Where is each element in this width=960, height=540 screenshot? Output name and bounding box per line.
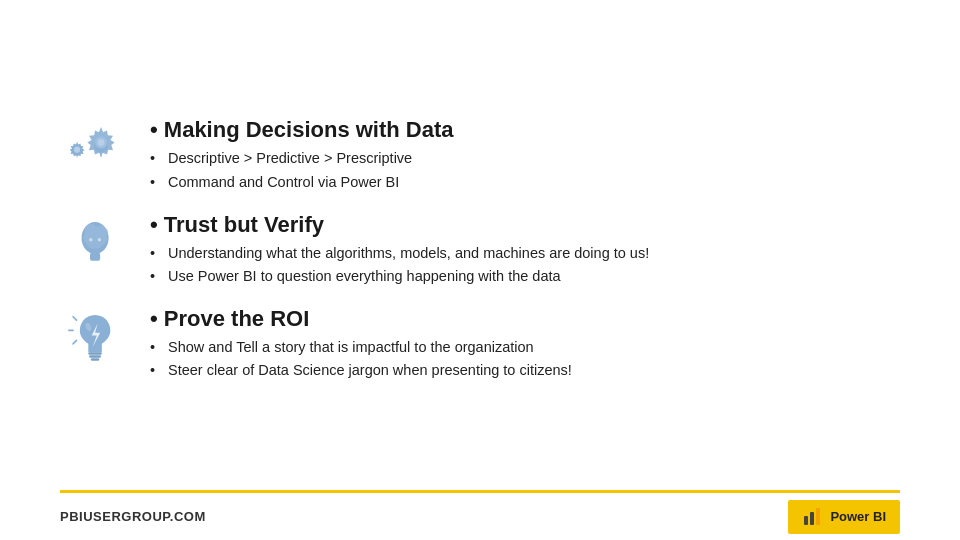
footer-logo: PBIUSERGROUP.COM: [60, 509, 206, 524]
bullet-list-prove-roi: Show and Tell a story that is impactful …: [150, 336, 900, 382]
section-prove-roi: • Prove the ROI Show and Tell a story th…: [60, 306, 900, 382]
section-title-prove-roi: • Prove the ROI: [150, 306, 900, 332]
section-title-trust-verify: • Trust but Verify: [150, 212, 900, 238]
bullet-item: Understanding what the algorithms, model…: [150, 242, 900, 265]
section-making-decisions: • Making Decisions with Data Descriptive…: [60, 117, 900, 193]
svg-point-3: [74, 147, 80, 153]
svg-point-7: [97, 238, 100, 241]
footer: PBIUSERGROUP.COM Power BI: [60, 490, 900, 540]
text-col-prove-roi: • Prove the ROI Show and Tell a story th…: [150, 306, 900, 382]
bullet-item: Command and Control via Power BI: [150, 171, 900, 194]
icon-col-lightbulb: [60, 306, 130, 365]
svg-rect-17: [816, 508, 820, 525]
powerbi-label: Power BI: [830, 509, 886, 524]
svg-rect-9: [89, 355, 101, 358]
text-col-trust-verify: • Trust but Verify Understanding what th…: [150, 212, 900, 288]
gear-icon: [65, 121, 125, 176]
bullet-item: Show and Tell a story that is impactful …: [150, 336, 900, 359]
bullet-list-trust-verify: Understanding what the algorithms, model…: [150, 242, 900, 288]
lightbulb-icon: [68, 310, 123, 365]
content-area: • Making Decisions with Data Descriptive…: [60, 30, 900, 490]
powerbi-badge: Power BI: [788, 500, 900, 534]
svg-line-12: [73, 317, 76, 320]
text-col-making-decisions: • Making Decisions with Data Descriptive…: [150, 117, 900, 193]
brain-icon: [68, 216, 123, 271]
bullet-item: Steer clear of Data Science jargon when …: [150, 359, 900, 382]
svg-rect-5: [90, 252, 100, 260]
svg-rect-8: [88, 352, 102, 355]
bullet-item: Descriptive > Predictive > Prescriptive: [150, 147, 900, 170]
bullet-item: Use Power BI to question everything happ…: [150, 265, 900, 288]
svg-point-2: [98, 140, 105, 147]
icon-col-brain: [60, 212, 130, 271]
svg-rect-15: [804, 516, 808, 525]
powerbi-icon: [802, 506, 824, 528]
svg-point-6: [89, 238, 92, 241]
section-trust-verify: • Trust but Verify Understanding what th…: [60, 212, 900, 288]
section-title-making-decisions: • Making Decisions with Data: [150, 117, 900, 143]
bullet-list-making-decisions: Descriptive > Predictive > Prescriptive …: [150, 147, 900, 193]
slide: • Making Decisions with Data Descriptive…: [0, 0, 960, 540]
svg-rect-16: [810, 512, 814, 525]
icon-col-gear: [60, 117, 130, 176]
svg-rect-10: [90, 358, 98, 361]
svg-line-14: [73, 341, 76, 344]
